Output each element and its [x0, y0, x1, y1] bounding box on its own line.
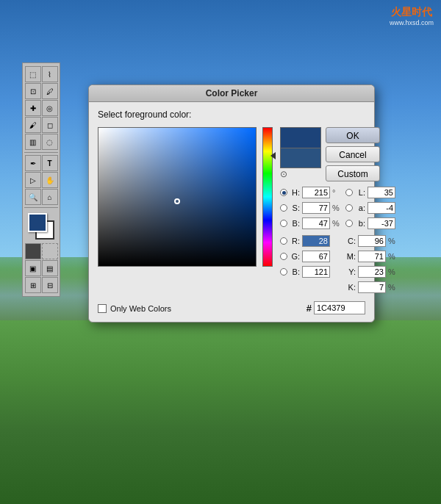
color-picker-dialog: Color Picker Select foreground color: [88, 84, 375, 323]
input-y[interactable] [358, 266, 386, 278]
tool-heal[interactable]: ✚ [25, 100, 41, 116]
ok-button[interactable]: OK [326, 127, 380, 143]
tool-row-2: ⊡ 🖊 [25, 83, 58, 99]
color-old [280, 148, 321, 168]
field-k: K: % [345, 281, 395, 294]
radio-g[interactable] [280, 253, 287, 260]
label-y: Y: [345, 267, 356, 276]
tool-brush[interactable]: 🖌 [25, 117, 41, 133]
unit-c: % [388, 237, 395, 245]
logo: 火星时代 www.hxsd.com [390, 6, 434, 26]
radio-a[interactable] [345, 204, 353, 212]
color-field[interactable] [98, 127, 257, 267]
color-new [280, 127, 321, 148]
label-b2: B: [290, 267, 300, 276]
tool-extra1[interactable]: ⊞ [25, 277, 41, 293]
label-m: M: [345, 252, 356, 261]
dialog-title: Color Picker [206, 88, 258, 98]
tool-extra2[interactable]: ⊟ [42, 277, 58, 293]
hue-slider-container [262, 127, 274, 267]
field-s: S: % [280, 201, 340, 215]
input-h[interactable] [302, 187, 330, 198]
dialog-right-panel: ⊙ OK Cancel Custom [280, 127, 395, 294]
tool-screen1[interactable]: ▣ [25, 260, 41, 276]
label-h: H: [290, 188, 300, 197]
tool-text[interactable]: T [42, 155, 58, 171]
radio-l[interactable] [345, 189, 353, 196]
label-g: G: [290, 252, 300, 261]
input-b2[interactable] [302, 266, 330, 278]
dialog-label: Select foreground color: [98, 109, 365, 120]
input-r[interactable] [302, 235, 330, 247]
logo-brand: 火星时代 [390, 6, 434, 19]
logo-site: www.hxsd.com [390, 19, 434, 26]
radio-b[interactable] [280, 220, 287, 227]
input-b[interactable] [302, 217, 330, 229]
tool-row-4: 🖌 ◻ [25, 117, 58, 133]
input-b3[interactable] [368, 217, 395, 229]
tool-pen[interactable]: ✒ [25, 155, 41, 171]
tool-row-6: ✒ T [25, 155, 58, 171]
toolbar: ⬚ ⌇ ⊡ 🖊 ✚ ◎ 🖌 ◻ ▥ ◌ ✒ T ▷ ✋ 🔍 ⌂ ▣ ▤ [22, 62, 60, 297]
input-c[interactable] [358, 235, 386, 247]
radio-h[interactable] [280, 189, 287, 196]
tool-mode2[interactable] [42, 243, 58, 259]
radio-b2[interactable] [280, 268, 287, 276]
tool-blur[interactable]: ◌ [42, 134, 58, 150]
label-c: C: [345, 237, 356, 245]
dialog-titlebar: Color Picker [89, 85, 374, 102]
label-a: a: [355, 204, 365, 212]
color-preview-stack [280, 127, 321, 168]
tool-eyedropper[interactable]: 🖊 [42, 83, 58, 99]
input-g[interactable] [302, 251, 330, 262]
input-k[interactable] [358, 281, 386, 293]
tool-marquee-rect[interactable]: ⬚ [25, 66, 41, 82]
web-colors-label: Only Web Colors [110, 304, 171, 313]
tool-row-8: 🔍 ⌂ [25, 189, 58, 205]
input-m[interactable] [358, 251, 386, 262]
cancel-button[interactable]: Cancel [326, 146, 380, 162]
hue-slider-arrow [270, 152, 276, 159]
field-b: B: % [280, 217, 340, 230]
foreground-color[interactable] [28, 213, 47, 232]
color-swatch[interactable] [28, 213, 54, 240]
tool-row-11: ⊞ ⊟ [25, 277, 58, 293]
tool-row-5: ▥ ◌ [25, 134, 58, 150]
fields-right: L: a: b: [345, 186, 395, 294]
web-colors-checkbox[interactable] [98, 304, 107, 313]
field-g: G: [280, 250, 340, 263]
radio-s[interactable] [280, 204, 287, 212]
input-s[interactable] [302, 202, 330, 214]
field-h: H: ° [280, 186, 340, 199]
label-r: R: [290, 237, 300, 245]
tool-marquee-lasso[interactable]: ⌇ [42, 66, 58, 82]
hex-input[interactable] [314, 301, 365, 314]
unit-y: % [388, 267, 395, 276]
tool-extra[interactable]: ⌂ [42, 189, 58, 205]
tool-clone[interactable]: ◎ [42, 100, 58, 116]
unit-h: ° [332, 188, 340, 197]
tool-separator [24, 152, 58, 153]
hue-slider[interactable] [262, 127, 273, 267]
tool-screen2[interactable]: ▤ [42, 260, 58, 276]
tool-gradient[interactable]: ▥ [25, 134, 41, 150]
custom-button[interactable]: Custom [326, 165, 380, 181]
input-a[interactable] [368, 202, 395, 214]
field-r: R: [280, 234, 340, 248]
dialog-body: Select foreground color: [89, 102, 374, 322]
tool-path[interactable]: ▷ [25, 172, 41, 188]
eyedropper-icon[interactable]: ⊙ [280, 169, 287, 179]
radio-b3[interactable] [345, 220, 353, 227]
web-colors-row: Only Web Colors [98, 304, 171, 313]
tool-eraser[interactable]: ◻ [42, 117, 58, 133]
label-k: K: [345, 283, 356, 292]
label-b3: b: [355, 219, 365, 228]
tool-mode1[interactable] [25, 243, 41, 259]
tool-zoom[interactable]: 🔍 [25, 189, 41, 205]
radio-r[interactable] [280, 237, 287, 245]
hex-row: # [306, 301, 365, 314]
label-l: L: [355, 188, 365, 197]
input-l[interactable] [368, 187, 395, 198]
tool-hand[interactable]: ✋ [42, 172, 58, 188]
tool-crop[interactable]: ⊡ [25, 83, 41, 99]
